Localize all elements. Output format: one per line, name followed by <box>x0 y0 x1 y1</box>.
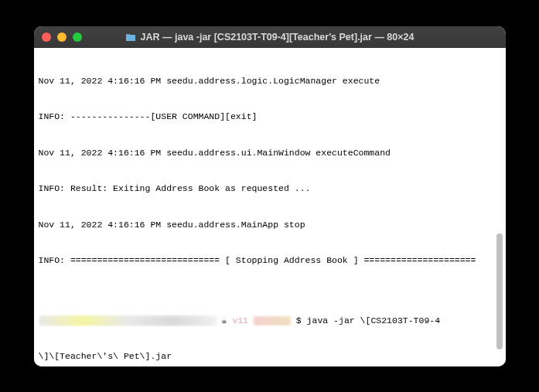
terminal-window: JAR — java -jar [CS2103T-T09-4][Teacher'… <box>34 26 506 366</box>
scrollbar-track[interactable] <box>493 48 504 366</box>
log-line: INFO: ---------------[USER COMMAND][exit… <box>39 111 501 123</box>
redacted-path <box>39 315 217 326</box>
version-label: v11 <box>232 315 248 326</box>
terminal-content: Nov 11, 2022 4:16:16 PM seedu.address.lo… <box>39 51 501 366</box>
prompt-symbol: $ <box>296 315 302 326</box>
prompt-line: ☕ v11 $ java -jar \[CS2103T-T09-4 <box>39 315 501 327</box>
titlebar[interactable]: JAR — java -jar [CS2103T-T09-4][Teacher'… <box>34 26 506 48</box>
scrollbar-thumb[interactable] <box>496 233 503 349</box>
command-text: java -jar \[CS2103T-T09-4 <box>307 315 441 326</box>
log-line: INFO: Result: Exiting Address Book as re… <box>39 182 501 195</box>
log-line: INFO: ============================ [ Sto… <box>39 254 501 267</box>
log-line: \]\[Teacher\'s\ Pet\].jar <box>39 350 501 363</box>
log-line: Nov 11, 2022 4:16:16 PM seedu.address.lo… <box>39 75 501 87</box>
folder-icon <box>125 32 136 42</box>
log-line: Nov 11, 2022 4:16:16 PM seedu.address.Ma… <box>39 219 501 231</box>
terminal-body[interactable]: Nov 11, 2022 4:16:16 PM seedu.address.lo… <box>34 48 506 366</box>
window-title: JAR — java -jar [CS2103T-T09-4][Teacher'… <box>141 32 414 43</box>
coffee-icon: ☕ <box>221 315 227 327</box>
log-line: Nov 11, 2022 4:16:16 PM seedu.address.ui… <box>39 147 501 159</box>
title-content: JAR — java -jar [CS2103T-T09-4][Teacher'… <box>42 32 498 43</box>
redacted-segment <box>254 316 291 326</box>
